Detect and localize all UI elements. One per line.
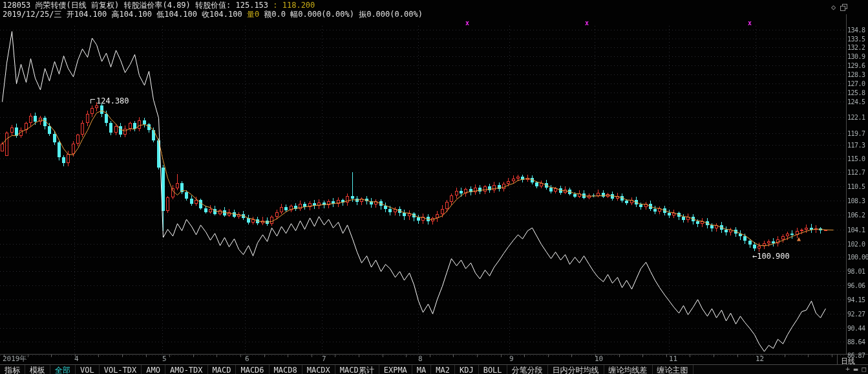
price-label: 100.00 [847,254,868,261]
month-label: 5 [162,355,167,363]
toolbar-item-MACD累计[interactable]: MACD累计 [335,365,379,374]
overlap-windows-icon[interactable] [840,4,847,11]
price-label: 124.5 [847,98,865,105]
month-label: 4 [74,355,79,363]
price-label: 117.3 [847,142,865,149]
toolbar-item-MACD[interactable]: MACD [208,365,237,374]
month-label: 7 [322,355,326,363]
month-label: 12 [756,355,764,363]
ohlc-info: 2019/12/25/三 开104.100 高104.100 低104.100 … [3,10,247,19]
toolbar-item-全部[interactable]: 全部 [50,365,76,374]
price-label: 115.0 [847,155,865,162]
toolbar-item-EXPMA[interactable]: EXPMA [379,365,412,374]
price-label: 127.0 [847,80,865,87]
month-label: 9 [509,355,514,363]
toolbar-item-模板[interactable]: 模板 [25,365,50,374]
toolbar-mini-button[interactable]: + [845,366,850,373]
price-label: 108.3 [847,197,865,204]
toolbar-mini-button[interactable]: ▬ [854,366,858,373]
corner-mark-icon [90,99,95,104]
price-label: 104.1 [847,226,865,234]
price-label: 106.2 [847,212,865,219]
low-price-annotation: ←100.900 [752,252,790,261]
main-chart-canvas[interactable] [0,0,868,374]
quote-info-bar: 2019/12/25/三 开104.100 高104.100 低104.100 … [3,10,423,19]
month-label: 2019年 [3,355,27,363]
price-label: 122.1 [847,114,865,121]
month-label: 10 [595,355,603,363]
price-label: 133.5 [847,36,865,43]
toolbar-item-MA[interactable]: MA [412,365,431,374]
price-label: 92.27 [847,311,865,318]
price-label: 125.8 [847,89,865,96]
price-label: 132.2 [847,44,865,51]
event-x-mark: x [585,20,589,27]
toolbar-item-MACD6[interactable]: MACD6 [236,365,269,374]
toolbar-item-MA2[interactable]: MA2 [431,365,455,374]
toolbar-item-VOL[interactable]: VOL [76,365,100,374]
tdx-terminal-window: 128053 尚荣转债(日线 前复权) 转股溢价率(4.89) 转股价值: 12… [0,0,868,374]
title-bar: 128053 尚荣转债(日线 前复权) 转股溢价率(4.89) 转股价值: 12… [3,1,315,10]
price-label: 128.3 [847,71,865,78]
toolbar-item-分笔分段[interactable]: 分笔分段 [507,365,548,374]
price-label: 102.0 [847,241,865,248]
month-label: 8 [418,355,423,363]
toolbar-item-指标[interactable]: 指标 [0,365,25,374]
price-label: 112.7 [847,169,865,176]
toolbar-item-AMO[interactable]: AMO [142,365,165,374]
price-label: 130.9 [847,53,865,60]
toolbar-item-日内分时均线[interactable]: 日内分时均线 [548,365,604,374]
toolbar-mini-button[interactable]: □ [862,366,866,373]
price-label: 110.5 [847,183,865,190]
amount-info: 额0.0 幅0.000(0.00%) 振0.000(0.00%) [259,10,423,19]
toolbar-item-缠论均线差[interactable]: 缠论均线差 [604,365,653,374]
toolbar-item-BOLL[interactable]: BOLL [479,365,507,374]
toolbar-item-AMO-TDX[interactable]: AMO-TDX [165,365,208,374]
toolbar-item-缠论主图[interactable]: 缠论主图 [653,365,693,374]
triangle-mark: ▲ [797,236,801,242]
event-x-mark: x [465,20,469,27]
price-label: 90.44 [847,325,865,332]
volume-info: 量0 [247,10,259,19]
conversion-value: : 118.200 [273,1,315,10]
price-label: 98.01 [847,268,865,275]
chart-corner-tools: ◇ [831,3,847,11]
price-label: 119.7 [847,130,865,137]
price-label: 88.64 [847,338,865,346]
toolbar-item-MACD8[interactable]: MACD8 [270,365,302,374]
toolbar-item-MACDX[interactable]: MACDX [302,365,335,374]
month-label: 11 [669,355,677,363]
toolbar-corner-buttons: +▬□ [845,366,866,373]
toolbar-item-VOL-TDX[interactable]: VOL-TDX [100,365,142,374]
event-x-mark: x [748,20,752,27]
indicator-toolbar: 指标模板全部VOLVOL-TDXAMOAMO-TDXMACDMACD6MACD8… [0,365,868,374]
toolbar-item-KDJ[interactable]: KDJ [455,365,479,374]
high-price-annotation: 124.380 [90,97,129,105]
price-label: 96.06 [847,282,865,289]
price-label: 94.15 [847,296,865,303]
price-label: 129.6 [847,62,865,69]
price-label: 134.8 [847,27,865,34]
instrument-title: 128053 尚荣转债(日线 前复权) 转股溢价率(4.89) 转股价值: 12… [3,1,273,10]
month-label: 6 [245,355,249,363]
diamond-icon[interactable]: ◇ [831,3,836,11]
